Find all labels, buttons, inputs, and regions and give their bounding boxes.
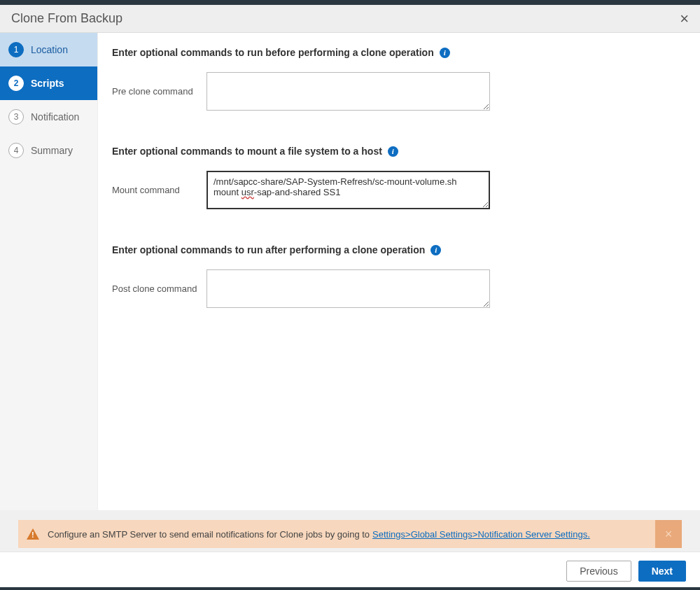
step-summary[interactable]: 4 Summary [0, 134, 97, 167]
wizard-main: Enter optional commands to run before pe… [98, 33, 700, 510]
notification-settings-link[interactable]: Settings>Global Settings>Notification Se… [372, 529, 590, 540]
wizard-sidebar: 1 Location 2 Scripts 3 Notification 4 Su… [0, 33, 98, 510]
dialog-title: Clone From Backup [11, 11, 122, 26]
pre-clone-input[interactable] [206, 72, 490, 111]
post-clone-input[interactable] [206, 269, 490, 308]
wizard-footer: Previous Next [0, 552, 700, 590]
info-icon[interactable]: i [440, 48, 450, 58]
dismiss-icon[interactable]: × [655, 520, 682, 548]
step-label: Notification [31, 111, 79, 122]
next-button[interactable]: Next [638, 561, 686, 582]
pre-clone-label: Pre clone command [112, 86, 206, 97]
step-label: Summary [31, 145, 73, 156]
post-clone-heading: Enter optional commands to run after per… [112, 244, 679, 255]
post-clone-label: Post clone command [112, 283, 206, 294]
step-notification[interactable]: 3 Notification [0, 100, 97, 134]
step-label: Scripts [31, 78, 64, 89]
info-icon[interactable]: i [388, 146, 398, 157]
info-icon[interactable]: i [430, 245, 441, 255]
dialog-header: Clone From Backup × [0, 5, 700, 33]
step-location[interactable]: 1 Location [0, 33, 97, 66]
smtp-warning-bar: Configure an SMTP Server to send email n… [18, 520, 682, 548]
step-scripts[interactable]: 2 Scripts [0, 66, 97, 100]
step-number: 2 [8, 76, 24, 91]
step-number: 3 [8, 109, 24, 125]
mount-input[interactable]: /mnt/sapcc-share/SAP-System-Refresh/sc-m… [206, 171, 490, 209]
step-label: Location [31, 44, 68, 55]
mount-label: Mount command [112, 185, 206, 195]
close-icon[interactable]: × [677, 10, 692, 28]
warning-icon [27, 528, 39, 540]
mount-heading: Enter optional commands to mount a file … [112, 146, 679, 157]
step-number: 4 [8, 143, 24, 158]
step-number: 1 [8, 42, 24, 57]
previous-button[interactable]: Previous [566, 561, 631, 582]
pre-clone-heading: Enter optional commands to run before pe… [112, 47, 679, 58]
warning-text: Configure an SMTP Server to send email n… [48, 529, 370, 540]
